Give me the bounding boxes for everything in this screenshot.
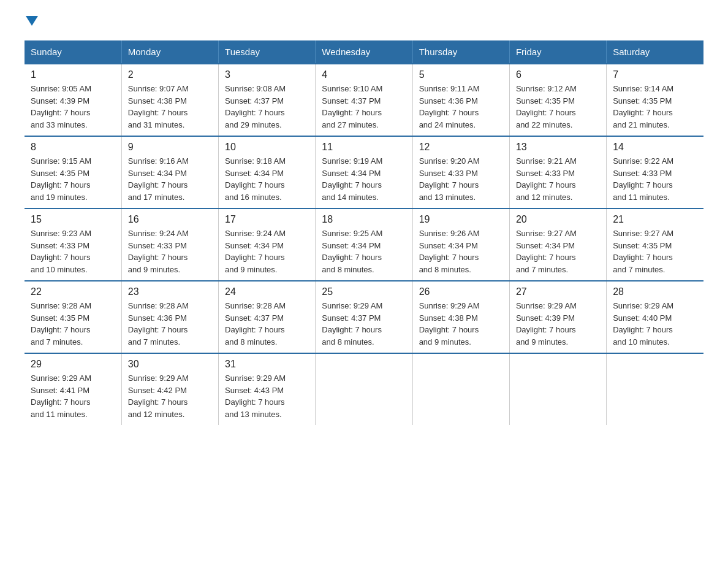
day-info: Sunrise: 9:27 AMSunset: 4:35 PMDaylight:… — [613, 228, 697, 275]
day-info: Sunrise: 9:25 AMSunset: 4:34 PMDaylight:… — [322, 228, 406, 275]
calendar-cell: 14Sunrise: 9:22 AMSunset: 4:33 PMDayligh… — [607, 136, 703, 209]
column-header-saturday: Saturday — [607, 40, 703, 64]
day-info: Sunrise: 9:24 AMSunset: 4:34 PMDaylight:… — [225, 228, 309, 275]
page-header — [25, 18, 703, 28]
day-number: 24 — [225, 286, 309, 297]
day-number: 7 — [613, 69, 697, 80]
day-number: 19 — [419, 214, 503, 225]
day-number: 28 — [613, 286, 697, 297]
calendar-cell: 20Sunrise: 9:27 AMSunset: 4:34 PMDayligh… — [509, 209, 606, 281]
day-number: 26 — [419, 286, 503, 297]
day-number: 11 — [322, 142, 406, 153]
calendar-cell: 15Sunrise: 9:23 AMSunset: 4:33 PMDayligh… — [25, 209, 121, 281]
calendar-cell: 24Sunrise: 9:28 AMSunset: 4:37 PMDayligh… — [219, 281, 316, 353]
day-info: Sunrise: 9:11 AMSunset: 4:36 PMDaylight:… — [419, 83, 503, 131]
day-info: Sunrise: 9:14 AMSunset: 4:35 PMDaylight:… — [613, 83, 697, 131]
calendar-week-row: 22Sunrise: 9:28 AMSunset: 4:35 PMDayligh… — [25, 281, 703, 353]
calendar-cell: 27Sunrise: 9:29 AMSunset: 4:39 PMDayligh… — [509, 281, 606, 353]
calendar-cell: 18Sunrise: 9:25 AMSunset: 4:34 PMDayligh… — [316, 209, 412, 281]
calendar-week-row: 15Sunrise: 9:23 AMSunset: 4:33 PMDayligh… — [25, 209, 703, 281]
calendar-cell: 19Sunrise: 9:26 AMSunset: 4:34 PMDayligh… — [412, 209, 509, 281]
calendar-cell — [607, 353, 703, 425]
day-number: 22 — [31, 286, 115, 297]
calendar-cell: 22Sunrise: 9:28 AMSunset: 4:35 PMDayligh… — [25, 281, 121, 353]
day-number: 23 — [128, 286, 212, 297]
calendar-cell: 21Sunrise: 9:27 AMSunset: 4:35 PMDayligh… — [607, 209, 703, 281]
calendar-week-row: 29Sunrise: 9:29 AMSunset: 4:41 PMDayligh… — [25, 353, 703, 425]
day-info: Sunrise: 9:20 AMSunset: 4:33 PMDaylight:… — [419, 155, 503, 203]
day-info: Sunrise: 9:05 AMSunset: 4:39 PMDaylight:… — [31, 83, 115, 131]
calendar-cell: 7Sunrise: 9:14 AMSunset: 4:35 PMDaylight… — [607, 64, 703, 136]
day-info: Sunrise: 9:10 AMSunset: 4:37 PMDaylight:… — [322, 83, 406, 131]
calendar-cell: 10Sunrise: 9:18 AMSunset: 4:34 PMDayligh… — [219, 136, 316, 209]
calendar-cell: 16Sunrise: 9:24 AMSunset: 4:33 PMDayligh… — [121, 209, 218, 281]
day-info: Sunrise: 9:12 AMSunset: 4:35 PMDaylight:… — [516, 83, 600, 131]
day-number: 9 — [128, 142, 212, 153]
day-number: 6 — [516, 69, 600, 80]
calendar-cell: 17Sunrise: 9:24 AMSunset: 4:34 PMDayligh… — [219, 209, 316, 281]
day-info: Sunrise: 9:07 AMSunset: 4:38 PMDaylight:… — [128, 83, 212, 131]
calendar-cell: 4Sunrise: 9:10 AMSunset: 4:37 PMDaylight… — [316, 64, 412, 136]
day-number: 27 — [516, 286, 600, 297]
day-info: Sunrise: 9:24 AMSunset: 4:33 PMDaylight:… — [128, 228, 212, 275]
day-number: 5 — [419, 69, 503, 80]
calendar-cell: 25Sunrise: 9:29 AMSunset: 4:37 PMDayligh… — [316, 281, 412, 353]
day-number: 8 — [31, 142, 115, 153]
day-info: Sunrise: 9:21 AMSunset: 4:33 PMDaylight:… — [516, 155, 600, 203]
day-number: 31 — [225, 359, 309, 370]
day-number: 14 — [613, 142, 697, 153]
day-number: 4 — [322, 69, 406, 80]
calendar-cell — [316, 353, 412, 425]
day-info: Sunrise: 9:29 AMSunset: 4:40 PMDaylight:… — [613, 300, 697, 348]
day-info: Sunrise: 9:15 AMSunset: 4:35 PMDaylight:… — [31, 155, 115, 203]
calendar-cell: 1Sunrise: 9:05 AMSunset: 4:39 PMDaylight… — [25, 64, 121, 136]
calendar-cell: 23Sunrise: 9:28 AMSunset: 4:36 PMDayligh… — [121, 281, 218, 353]
day-info: Sunrise: 9:19 AMSunset: 4:34 PMDaylight:… — [322, 155, 406, 203]
calendar-cell: 13Sunrise: 9:21 AMSunset: 4:33 PMDayligh… — [509, 136, 606, 209]
day-info: Sunrise: 9:29 AMSunset: 4:38 PMDaylight:… — [419, 300, 503, 348]
calendar-cell: 5Sunrise: 9:11 AMSunset: 4:36 PMDaylight… — [412, 64, 509, 136]
day-info: Sunrise: 9:27 AMSunset: 4:34 PMDaylight:… — [516, 228, 600, 275]
day-number: 20 — [516, 214, 600, 225]
column-header-tuesday: Tuesday — [219, 40, 316, 64]
day-number: 17 — [225, 214, 309, 225]
svg-marker-0 — [26, 16, 38, 26]
day-info: Sunrise: 9:22 AMSunset: 4:33 PMDaylight:… — [613, 155, 697, 203]
day-info: Sunrise: 9:29 AMSunset: 4:43 PMDaylight:… — [225, 372, 309, 420]
column-header-friday: Friday — [509, 40, 606, 64]
calendar-cell: 2Sunrise: 9:07 AMSunset: 4:38 PMDaylight… — [121, 64, 218, 136]
calendar-cell: 29Sunrise: 9:29 AMSunset: 4:41 PMDayligh… — [25, 353, 121, 425]
day-info: Sunrise: 9:29 AMSunset: 4:42 PMDaylight:… — [128, 372, 212, 420]
calendar-cell: 3Sunrise: 9:08 AMSunset: 4:37 PMDaylight… — [219, 64, 316, 136]
day-info: Sunrise: 9:08 AMSunset: 4:37 PMDaylight:… — [225, 83, 309, 131]
calendar-cell: 12Sunrise: 9:20 AMSunset: 4:33 PMDayligh… — [412, 136, 509, 209]
day-number: 15 — [31, 214, 115, 225]
day-number: 3 — [225, 69, 309, 80]
calendar-cell — [509, 353, 606, 425]
day-number: 1 — [31, 69, 115, 80]
day-info: Sunrise: 9:26 AMSunset: 4:34 PMDaylight:… — [419, 228, 503, 275]
calendar-cell: 11Sunrise: 9:19 AMSunset: 4:34 PMDayligh… — [316, 136, 412, 209]
day-number: 21 — [613, 214, 697, 225]
day-number: 18 — [322, 214, 406, 225]
calendar-week-row: 1Sunrise: 9:05 AMSunset: 4:39 PMDaylight… — [25, 64, 703, 136]
calendar-week-row: 8Sunrise: 9:15 AMSunset: 4:35 PMDaylight… — [25, 136, 703, 209]
logo — [25, 18, 38, 28]
calendar-cell: 28Sunrise: 9:29 AMSunset: 4:40 PMDayligh… — [607, 281, 703, 353]
day-number: 30 — [128, 359, 212, 370]
calendar-cell: 9Sunrise: 9:16 AMSunset: 4:34 PMDaylight… — [121, 136, 218, 209]
day-info: Sunrise: 9:23 AMSunset: 4:33 PMDaylight:… — [31, 228, 115, 275]
day-number: 25 — [322, 286, 406, 297]
day-info: Sunrise: 9:28 AMSunset: 4:37 PMDaylight:… — [225, 300, 309, 348]
calendar-cell: 30Sunrise: 9:29 AMSunset: 4:42 PMDayligh… — [121, 353, 218, 425]
day-number: 12 — [419, 142, 503, 153]
day-number: 16 — [128, 214, 212, 225]
calendar-header-row: SundayMondayTuesdayWednesdayThursdayFrid… — [25, 40, 703, 64]
calendar-cell: 26Sunrise: 9:29 AMSunset: 4:38 PMDayligh… — [412, 281, 509, 353]
calendar-cell — [412, 353, 509, 425]
calendar-cell: 8Sunrise: 9:15 AMSunset: 4:35 PMDaylight… — [25, 136, 121, 209]
calendar-cell: 6Sunrise: 9:12 AMSunset: 4:35 PMDaylight… — [509, 64, 606, 136]
day-number: 2 — [128, 69, 212, 80]
day-number: 10 — [225, 142, 309, 153]
column-header-sunday: Sunday — [25, 40, 121, 64]
